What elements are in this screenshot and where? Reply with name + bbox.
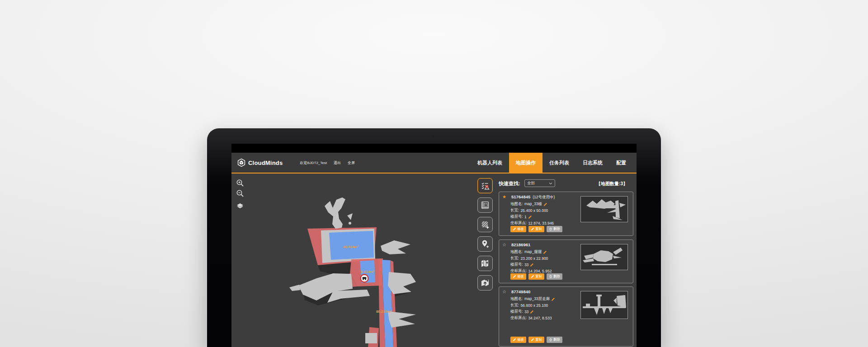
edit-pencil-icon[interactable] <box>551 297 555 301</box>
tab-configuration[interactable]: 配置 <box>609 153 633 173</box>
pencil-icon <box>531 338 534 342</box>
map-id: 82186961 <box>511 242 530 247</box>
task-route-pin-icon <box>480 181 490 191</box>
map-upload-button[interactable] <box>477 275 493 291</box>
virtual-wall-add-button[interactable] <box>477 217 493 232</box>
map-measure-button[interactable] <box>477 197 493 213</box>
copy-button[interactable]: 复制 <box>528 337 544 343</box>
map-controls <box>236 179 244 211</box>
task-route-pin-button[interactable] <box>477 178 493 193</box>
modify-button[interactable]: 修改 <box>510 273 526 280</box>
map-card-1: ★ 51764845 (12号使用中) <box>499 192 633 236</box>
brand-name: CloudMinds <box>248 159 283 166</box>
main-tabs: 机器人列表 地图操作 任务列表 日志系统 配置 <box>471 153 637 173</box>
zoom-out-icon[interactable] <box>236 189 244 197</box>
cloudminds-logo-icon <box>237 158 246 167</box>
field-label: 长宽: <box>510 303 519 308</box>
pencil-icon <box>531 227 534 231</box>
field-value: 56.600 x 25.100 <box>520 303 548 308</box>
edit-pencil-icon[interactable] <box>528 215 532 219</box>
trash-icon <box>549 227 552 231</box>
quick-search-label: 快速查找: <box>499 180 520 187</box>
navbar: CloudMinds 欢迎BJDT2_Test 退出 全屏 机器人列表 地图操作… <box>231 153 637 174</box>
layers-icon[interactable] <box>236 202 244 211</box>
map-toolbar <box>477 178 493 291</box>
copy-button[interactable]: 复制 <box>528 273 544 280</box>
area-label-3: 80.215m² <box>376 309 392 314</box>
field-value: 33 <box>524 263 528 267</box>
monitor-bezel: CloudMinds 欢迎BJDT2_Test 退出 全屏 机器人列表 地图操作… <box>207 128 661 347</box>
map-edit-button[interactable] <box>477 256 493 271</box>
favorite-star-icon[interactable]: ☆ <box>502 243 506 247</box>
field-label: 楼层号: <box>510 309 523 314</box>
tab-task-list[interactable]: 任务列表 <box>542 153 576 173</box>
delete-button[interactable]: 删除 <box>547 273 562 280</box>
robot-position-marker[interactable] <box>361 275 368 282</box>
field-label: 楼层号: <box>510 262 523 267</box>
edit-pencil-icon[interactable] <box>543 250 547 254</box>
map-upload-icon <box>480 278 490 288</box>
field-label: 地图名: <box>510 202 523 207</box>
pencil-icon <box>513 275 516 278</box>
chevron-down-icon <box>549 182 552 185</box>
field-label: 坐标原点: <box>510 220 527 226</box>
filter-value: 全部 <box>527 181 535 186</box>
map-id: 51764845 <box>511 194 530 199</box>
delete-button[interactable]: 删除 <box>547 337 562 343</box>
field-label: 地图名: <box>510 249 523 255</box>
content-area: 40.519m² 8.614m² 80.215m² <box>231 174 637 347</box>
field-value: 12.874, 33.946 <box>528 221 554 225</box>
field-label: 长宽: <box>510 208 519 213</box>
page-background: CloudMinds 欢迎BJDT2_Test 退出 全屏 机器人列表 地图操作… <box>0 0 868 347</box>
poi-add-icon <box>480 239 490 249</box>
pencil-icon <box>513 227 516 231</box>
map-card-2: ☆ 82186961 <box>499 239 633 283</box>
edit-pencil-icon[interactable] <box>530 310 534 314</box>
delete-button[interactable]: 删除 <box>547 226 562 232</box>
field-label: 长宽: <box>510 256 519 261</box>
field-value: 1 <box>524 215 527 219</box>
tab-robot-list[interactable]: 机器人列表 <box>471 153 509 173</box>
favorite-star-icon[interactable]: ☆ <box>502 290 506 294</box>
webcam-dot <box>432 135 434 137</box>
field-value: map_33楼 <box>524 202 542 207</box>
map-edit-icon <box>480 258 490 268</box>
field-value: 25.400 x 50.000 <box>520 208 548 213</box>
map-measure-icon <box>480 200 490 210</box>
modify-button[interactable]: 修改 <box>510 226 526 232</box>
pencil-icon <box>531 275 534 278</box>
zoom-in-icon[interactable] <box>236 179 244 187</box>
trash-icon <box>549 275 552 278</box>
tab-log-system[interactable]: 日志系统 <box>576 153 609 173</box>
map-card-3: ☆ 87749840 <box>499 286 633 347</box>
edit-pencil-icon[interactable] <box>543 202 547 206</box>
edit-pencil-icon[interactable] <box>530 263 534 267</box>
map-thumbnail[interactable] <box>580 244 628 270</box>
map-in-use-note: (12号使用中) <box>533 195 555 200</box>
logout-link[interactable]: 退出 <box>334 160 341 165</box>
welcome-text: 欢迎BJDT2_Test <box>300 160 327 165</box>
virtual-wall-add-icon <box>480 220 490 230</box>
map-count-label: 【地图数量:3】 <box>596 181 627 187</box>
modify-button[interactable]: 修改 <box>510 337 526 343</box>
fullscreen-link[interactable]: 全屏 <box>348 160 355 165</box>
area-label-1: 40.519m² <box>343 245 359 249</box>
brand[interactable]: CloudMinds <box>237 158 283 167</box>
field-value: map_腿腿 <box>524 249 542 255</box>
field-label: 地图名: <box>510 296 523 302</box>
tab-map-operation[interactable]: 地图操作 <box>509 153 542 173</box>
map-thumbnail[interactable] <box>580 291 628 319</box>
field-value: 14.204, 5.952 <box>528 269 552 273</box>
poi-add-button[interactable] <box>477 236 493 252</box>
field-value: 33 <box>524 309 528 314</box>
trash-icon <box>549 338 552 342</box>
area-label-2: 8.614m² <box>361 270 374 274</box>
field-value: map_33层走廊 <box>524 296 550 302</box>
pencil-icon <box>513 338 516 342</box>
favorite-star-icon[interactable]: ★ <box>502 195 506 199</box>
map-thumbnail[interactable] <box>580 196 628 222</box>
copy-button[interactable]: 复制 <box>528 226 544 232</box>
screen: CloudMinds 欢迎BJDT2_Test 退出 全屏 机器人列表 地图操作… <box>231 144 637 347</box>
field-label: 坐标原点: <box>510 315 527 321</box>
filter-dropdown[interactable]: 全部 <box>524 179 555 187</box>
